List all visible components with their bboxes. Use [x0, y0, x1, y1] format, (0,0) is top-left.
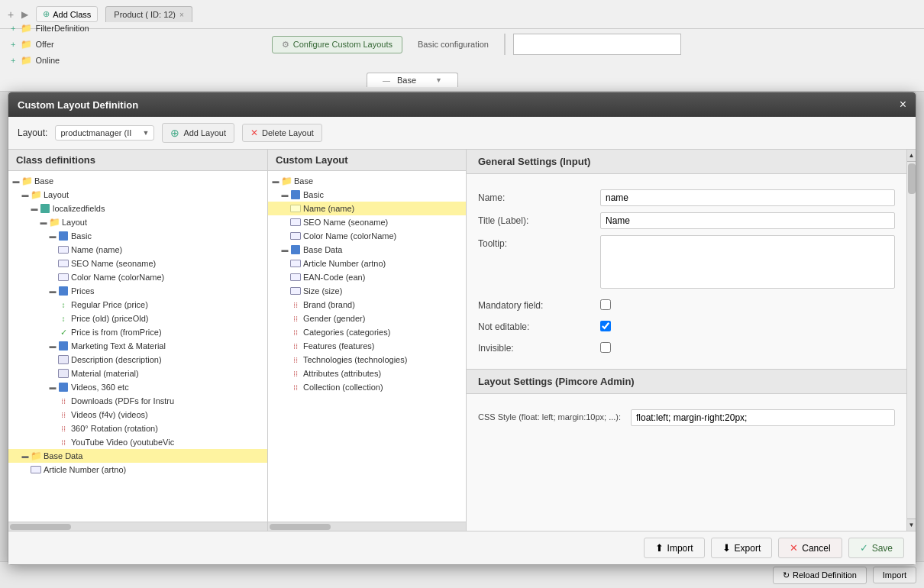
toggle-basedata[interactable]: ▬	[21, 451, 30, 460]
not-editable-checkbox[interactable]	[600, 321, 611, 331]
tree-row-basic[interactable]: ▬ Basic	[8, 229, 267, 243]
cl-toggle-basic[interactable]: ▬	[280, 190, 289, 199]
cl-tree-row-seoname[interactable]: SEO Name (seoname)	[268, 215, 466, 229]
cl-tree-row-collection[interactable]: ⁞⁞ Collection (collection)	[268, 380, 466, 394]
cl-tree-label-features: Features (features)	[303, 341, 375, 351]
left-panel-hscroll[interactable]	[8, 522, 267, 531]
configure-layouts-button[interactable]: ⚙ Configure Custom Layouts	[272, 36, 402, 53]
online-item[interactable]: + 📁 Online	[8, 53, 92, 67]
middle-panel-hscroll[interactable]	[268, 522, 466, 531]
tree-row-basedata[interactable]: ▬ 📁 Base Data	[8, 449, 267, 463]
cl-tree-row-size[interactable]: Size (size)	[268, 284, 466, 298]
plus-icon: +	[8, 8, 14, 21]
mandatory-checkbox[interactable]	[600, 299, 611, 310]
tree-row-rotation[interactable]: ⁞⁞ 360° Rotation (rotation)	[8, 422, 267, 435]
cl-tree-row-colorname[interactable]: Color Name (colorName)	[268, 229, 466, 243]
reload-definition-button[interactable]: ↻ Reload Definition	[773, 567, 867, 584]
cl-tree-label-seoname: SEO Name (seoname)	[303, 218, 388, 227]
tree-row-pricefrom[interactable]: ✓ Price is from (fromPrice)	[8, 325, 267, 339]
toggle-layout[interactable]: ▬	[21, 190, 30, 199]
tree-row-material[interactable]: Material (material)	[8, 367, 267, 380]
tree-row-youtube[interactable]: ⁞⁞ YouTube Video (youtubeVic	[8, 435, 267, 449]
base-tab[interactable]: — Base ▼	[367, 73, 458, 87]
tree-row-seoname[interactable]: SEO Name (seoname)	[8, 257, 267, 270]
cl-tree-row-basedata[interactable]: ▬ Base Data	[268, 243, 466, 257]
css-field-row: CSS Style (float: left; margin:10px; ...…	[478, 409, 895, 426]
folder-layout2-icon: 📁	[48, 217, 60, 228]
toggle-basic[interactable]: ▬	[48, 231, 57, 241]
tree-row-base[interactable]: ▬ 📁 Base	[8, 174, 267, 188]
invisible-checkbox[interactable]	[600, 342, 611, 353]
cl-tree-node-base: ▬ 📁 Base ▬ Basic	[268, 174, 466, 394]
cl-toggle-base[interactable]: ▬	[271, 176, 280, 186]
cl-tree-row-gender[interactable]: ⁞⁞ Gender (gender)	[268, 312, 466, 325]
cl-features-icon: ⁞⁞	[289, 341, 302, 351]
name-field-row: Name:	[478, 189, 895, 206]
cl-categories-icon: ⁞⁞	[289, 327, 302, 338]
cl-tree-row-technologies[interactable]: ⁞⁞ Technologies (technologies)	[268, 353, 466, 367]
cl-tree-row-base[interactable]: ▬ 📁 Base	[268, 174, 466, 188]
bottom-toolbar: ↻ Reload Definition Import	[0, 561, 924, 588]
toggle-layout2[interactable]: ▬	[39, 218, 48, 227]
product-tab[interactable]: Product ( ID: 12) ×	[105, 6, 192, 22]
layout-select[interactable]: productmanager (II ▼	[55, 125, 154, 141]
tree-row-layout2[interactable]: ▬ 📁 Layout	[8, 215, 267, 229]
tree-label-videosf4v: Videos (f4v) (videos)	[71, 410, 148, 419]
cl-tree-row-basic[interactable]: ▬ Basic	[268, 188, 466, 202]
tree-row-articlenumber[interactable]: Article Number (artno)	[8, 463, 267, 477]
export-button[interactable]: ⬇ Export	[711, 538, 773, 558]
toggle-base[interactable]: ▬	[11, 176, 21, 186]
custom-layout-dialog: Custom Layout Definition × Layout: produ…	[8, 92, 916, 565]
tree-row-localized[interactable]: ▬ localizedfields	[8, 202, 267, 215]
modal-close-button[interactable]: ×	[900, 99, 906, 111]
cl-tree-row-articlenumber[interactable]: Article Number (artno)	[268, 257, 466, 270]
cl-tree-row-ean[interactable]: EAN-Code (ean)	[268, 270, 466, 284]
folder-icon-online: 📁	[21, 55, 32, 66]
import-icon: ⬆	[655, 542, 664, 554]
cl-tree-row-features[interactable]: ⁞⁞ Features (features)	[268, 339, 466, 353]
cl-tree-label-name: Name (name)	[303, 204, 354, 213]
filter-def-item[interactable]: + 📁 FilterDefinition	[8, 21, 92, 35]
tree-row-name[interactable]: Name (name)	[8, 243, 267, 257]
vscroll-up-button[interactable]: ▲	[907, 150, 916, 162]
tree-row-downloads[interactable]: ⁞⁞ Downloads (PDFs for Instru	[8, 394, 267, 408]
cl-size-icon	[289, 286, 302, 296]
mandatory-field-row: Mandatory field:	[478, 297, 895, 312]
tab-close-icon[interactable]: ×	[179, 11, 184, 19]
add-class-button[interactable]: ⊕ Add Class	[36, 6, 98, 22]
bottom-import-button[interactable]: Import	[873, 567, 916, 583]
cl-tree-row-attributes[interactable]: ⁞⁞ Attributes (attributes)	[268, 367, 466, 380]
tree-row-priceold[interactable]: ↕ Price (old) (priceOld)	[8, 312, 267, 325]
toggle-localized[interactable]: ▬	[30, 204, 39, 213]
css-input[interactable]	[631, 409, 895, 426]
name-input[interactable]	[600, 189, 895, 206]
save-button[interactable]: ✓ Save	[848, 538, 904, 558]
toggle-marketing[interactable]: ▬	[48, 341, 57, 351]
cl-tree-row-name[interactable]: Name (name)	[268, 202, 466, 215]
delete-layout-button[interactable]: ✕ Delete Layout	[242, 124, 322, 142]
import-button[interactable]: ⬆ Import	[644, 538, 705, 558]
name-field-label: Name:	[478, 189, 600, 203]
tree-row-videos[interactable]: ▬ Videos, 360 etc	[8, 380, 267, 394]
tree-row-prices[interactable]: ▬ Prices	[8, 284, 267, 298]
tree-row-regularprice[interactable]: ↕ Regular Price (price)	[8, 298, 267, 312]
tree-row-videos-f4v[interactable]: ⁞⁞ Videos (f4v) (videos)	[8, 408, 267, 422]
add-layout-button[interactable]: ⊕ Add Layout	[162, 123, 234, 143]
cl-toggle-basedata[interactable]: ▬	[280, 245, 289, 254]
cl-tree-row-categories[interactable]: ⁞⁞ Categories (categories)	[268, 325, 466, 339]
rotation-icon: ⁞⁞	[57, 423, 69, 434]
prices-icon	[57, 286, 69, 296]
title-input[interactable]	[600, 212, 895, 229]
tree-row-description[interactable]: Description (description)	[8, 353, 267, 367]
tree-row-layout[interactable]: ▬ 📁 Layout	[8, 188, 267, 202]
tree-row-marketing[interactable]: ▬ Marketing Text & Material	[8, 339, 267, 353]
cancel-button[interactable]: ✕ Cancel	[778, 538, 842, 558]
cl-tree-row-brand[interactable]: ⁞⁞ Brand (brand)	[268, 298, 466, 312]
toggle-videos[interactable]: ▬	[48, 383, 57, 392]
tree-label-articlenumber: Article Number (artno)	[44, 465, 126, 474]
offer-item[interactable]: + 📁 Offer	[8, 37, 92, 51]
tooltip-textarea[interactable]	[600, 235, 895, 289]
vscroll-down-button[interactable]: ▼	[907, 519, 916, 531]
tree-row-colorname[interactable]: Color Name (colorName)	[8, 270, 267, 284]
toggle-prices[interactable]: ▬	[48, 286, 57, 296]
